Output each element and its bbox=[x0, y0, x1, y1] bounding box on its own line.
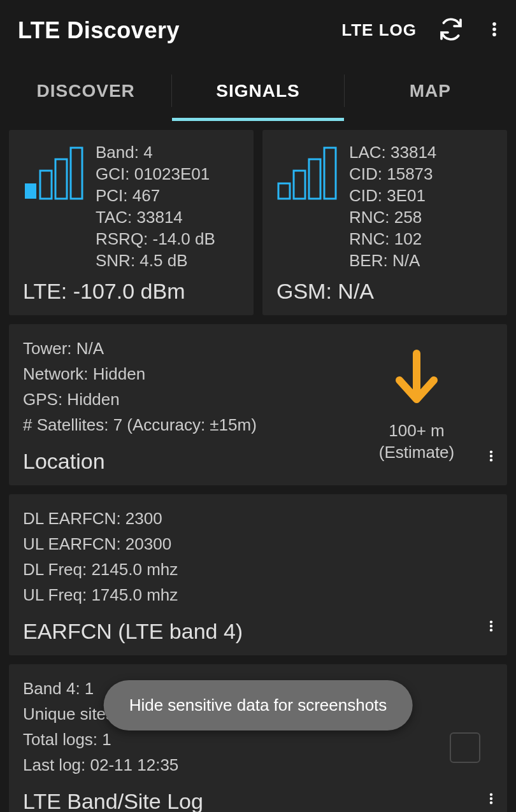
location-tower: Tower: N/A bbox=[23, 336, 359, 361]
svg-rect-3 bbox=[25, 183, 36, 199]
svg-rect-8 bbox=[294, 171, 305, 199]
gsm-title: GSM: N/A bbox=[276, 279, 493, 304]
overflow-menu-icon[interactable] bbox=[485, 17, 503, 45]
location-title: Location bbox=[23, 449, 359, 474]
svg-point-12 bbox=[490, 450, 492, 453]
location-gps: GPS: Hidden bbox=[23, 387, 359, 412]
gsm-signal-card[interactable]: LAC: 33814 CID: 15873 CID: 3E01 RNC: 258… bbox=[262, 130, 507, 315]
svg-rect-7 bbox=[278, 183, 290, 199]
lte-signal-card[interactable]: Band: 4 GCI: 01023E01 PCI: 467 TAC: 3381… bbox=[9, 130, 254, 315]
tab-bar: DISCOVER SIGNALS MAP bbox=[0, 61, 516, 121]
gsm-lac: LAC: 33814 bbox=[349, 141, 436, 163]
log-title: LTE Band/Site Log bbox=[23, 789, 493, 812]
location-network: Network: Hidden bbox=[23, 361, 359, 387]
svg-point-16 bbox=[490, 625, 492, 627]
signal-bars-icon bbox=[23, 145, 87, 203]
earfcn-ul-freq: UL Freq: 1745.0 mhz bbox=[23, 582, 493, 608]
svg-rect-6 bbox=[71, 148, 82, 199]
app-title: LTE Discovery bbox=[18, 17, 341, 44]
svg-rect-5 bbox=[55, 159, 67, 199]
gsm-details: LAC: 33814 CID: 15873 CID: 3E01 RNC: 258… bbox=[349, 141, 436, 271]
direction-arrow-icon bbox=[388, 347, 445, 411]
tab-discover[interactable]: DISCOVER bbox=[0, 61, 171, 121]
app-bar: LTE Discovery LTE LOG bbox=[0, 0, 516, 61]
gsm-cid2: CID: 3E01 bbox=[349, 185, 436, 206]
svg-point-0 bbox=[492, 22, 496, 26]
lte-rsrq: RSRQ: -14.0 dB bbox=[96, 228, 215, 250]
svg-point-20 bbox=[490, 801, 492, 804]
svg-rect-10 bbox=[324, 148, 336, 199]
log-total: Total logs: 1 bbox=[23, 727, 493, 752]
svg-point-13 bbox=[490, 455, 492, 457]
gsm-rnc2: RNC: 102 bbox=[349, 228, 436, 250]
lte-snr: SNR: 4.5 dB bbox=[96, 250, 215, 271]
card-menu-icon[interactable] bbox=[484, 787, 498, 812]
lte-gci: GCI: 01023E01 bbox=[96, 163, 215, 185]
earfcn-ul-earfcn: UL EARFCN: 20300 bbox=[23, 531, 493, 557]
earfcn-dl-freq: DL Freq: 2145.0 mhz bbox=[23, 557, 493, 582]
gsm-cid1: CID: 15873 bbox=[349, 163, 436, 185]
earfcn-title: EARFCN (LTE band 4) bbox=[23, 619, 493, 644]
tab-map[interactable]: MAP bbox=[345, 61, 516, 121]
checkbox-placeholder[interactable] bbox=[450, 732, 480, 763]
signal-bars-icon bbox=[276, 145, 340, 203]
location-distance: 100+ m bbox=[379, 420, 454, 441]
svg-point-18 bbox=[490, 793, 492, 795]
svg-point-17 bbox=[490, 629, 492, 631]
lte-title: LTE: -107.0 dBm bbox=[23, 279, 240, 304]
gsm-ber: BER: N/A bbox=[349, 250, 436, 271]
card-menu-icon[interactable] bbox=[484, 445, 498, 470]
location-sats: # Satellites: 7 (Accuracy: ±15m) bbox=[23, 412, 359, 438]
svg-rect-9 bbox=[309, 159, 320, 199]
svg-point-14 bbox=[490, 459, 492, 461]
location-distance-note: (Estimate) bbox=[379, 441, 454, 463]
svg-point-2 bbox=[492, 32, 496, 36]
toast-message: Hide sensitive data for screenshots bbox=[104, 680, 413, 730]
location-card[interactable]: Tower: N/A Network: Hidden GPS: Hidden #… bbox=[9, 324, 507, 485]
lte-pci: PCI: 467 bbox=[96, 185, 215, 206]
svg-point-1 bbox=[492, 27, 496, 31]
card-menu-icon[interactable] bbox=[484, 615, 498, 640]
gsm-rnc1: RNC: 258 bbox=[349, 206, 436, 228]
lte-band: Band: 4 bbox=[96, 141, 215, 163]
earfcn-dl-earfcn: DL EARFCN: 2300 bbox=[23, 506, 493, 531]
refresh-icon[interactable] bbox=[438, 17, 464, 45]
svg-rect-4 bbox=[40, 171, 52, 199]
lte-details: Band: 4 GCI: 01023E01 PCI: 467 TAC: 3381… bbox=[96, 141, 215, 271]
lte-tac: TAC: 33814 bbox=[96, 206, 215, 228]
lte-log-button[interactable]: LTE LOG bbox=[341, 20, 417, 40]
tab-signals[interactable]: SIGNALS bbox=[172, 61, 343, 121]
log-last: Last log: 02-11 12:35 bbox=[23, 752, 493, 778]
svg-point-15 bbox=[490, 620, 492, 623]
earfcn-card[interactable]: DL EARFCN: 2300 UL EARFCN: 20300 DL Freq… bbox=[9, 494, 507, 655]
svg-point-19 bbox=[490, 797, 492, 800]
